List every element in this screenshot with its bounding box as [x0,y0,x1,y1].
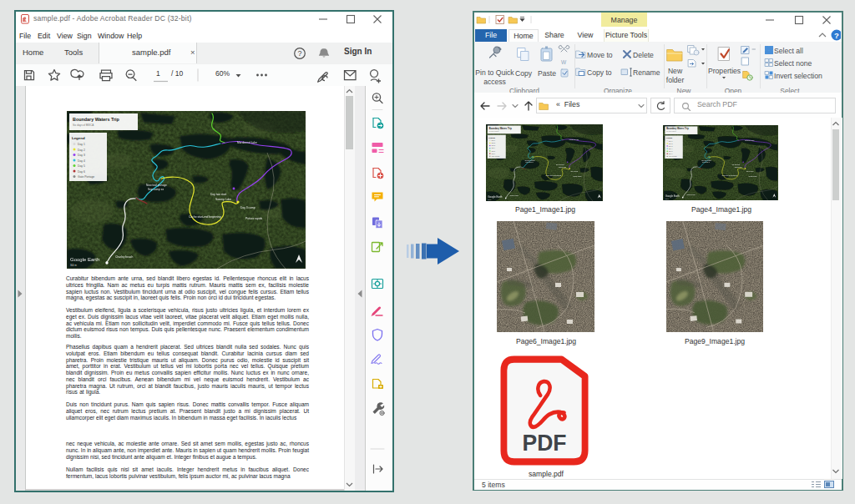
svg-text:?: ? [834,31,839,40]
svg-text:W: W [561,59,567,65]
svg-text:?: ? [297,49,301,58]
